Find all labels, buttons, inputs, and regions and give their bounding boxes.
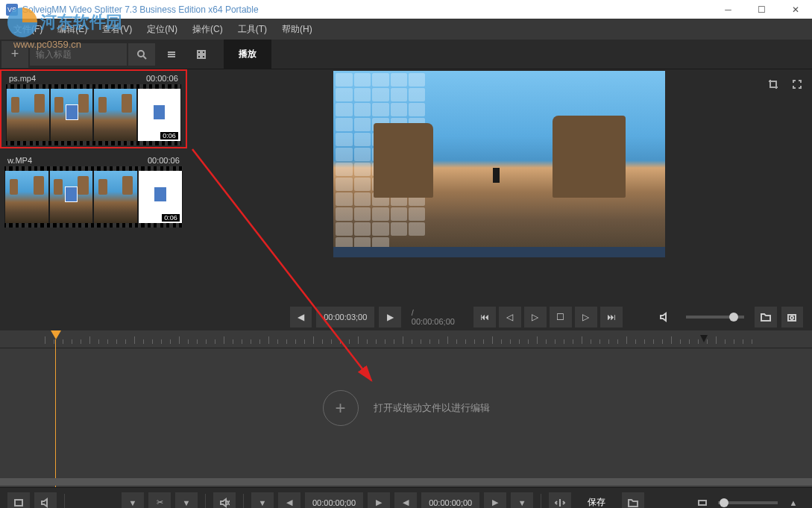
svg-rect-5 [198,51,201,54]
toolbar: + 播放 [0,40,812,69]
window-title: SolveigMM Video Splitter 7.3 Business Ed… [22,4,259,15]
menu-tools[interactable]: 工具(T) [230,23,274,36]
range-next-button[interactable]: ▶ [368,492,390,509]
current-time-display[interactable]: 00:00:03;00 [316,307,374,327]
bottom-toolbar: ▼ ✂ ▼ ▼ ◀ 00:00:00;00 ▶ ◀ 00:00:00;00 ▶ … [0,487,812,508]
zoom-fit-icon [697,498,708,508]
step-back-button[interactable]: ◁ [499,307,521,327]
marker-in-button[interactable]: ▼ [122,492,144,509]
svg-rect-8 [202,55,205,58]
list-view-button[interactable] [158,41,185,68]
menu-control[interactable]: 操作(C) [185,23,230,36]
clip-duration: 00:00:06 [148,156,180,165]
split-icon [555,498,565,508]
total-time-display: / 00:00:06;00 [406,308,465,326]
timeline-area[interactable]: + 打开或拖动文件以进行编辑 [0,330,812,487]
range-prev-button[interactable]: ◀ [278,492,300,509]
camera-icon [787,312,797,322]
menu-navigate[interactable]: 定位(N) [139,23,185,36]
save-button[interactable]: 保存 [576,496,617,508]
clip-item-selected[interactable]: ps.mp4 00:00:06 0:06 [0,69,187,148]
snapshot-button[interactable] [781,307,803,327]
close-button[interactable]: ✕ [778,0,812,19]
crop-icon [768,79,778,90]
frame-timestamp: 0:06 [162,214,180,222]
play-button[interactable]: ▷ [524,307,547,327]
folder-icon [628,498,638,508]
prev-frame-button[interactable]: ◀ [290,307,312,327]
range-start-time[interactable]: 00:00:00;00 [305,492,363,509]
list-icon [166,49,177,60]
speaker-icon [659,312,670,322]
preview-panel: ◀ 00:00:03;00 ▶ / 00:00:06;00 ⏮ ◁ ▷ ☐ ▷ … [187,69,812,330]
skip-forward-button[interactable]: ⏭ [600,307,623,327]
save-folder-button[interactable] [622,492,644,509]
svg-line-1 [143,56,146,59]
app-icon: VS [6,4,18,16]
menu-file[interactable]: 文件(F) [6,23,50,36]
svg-rect-6 [202,51,205,54]
menu-view[interactable]: 查看(V) [95,23,139,36]
clip-name: ps.mp4 [9,74,36,83]
clip-filmstrip: 0:06 [4,166,183,228]
video-preview[interactable] [333,71,665,257]
svg-rect-13 [699,501,706,505]
range2-prev-button[interactable]: ◀ [394,492,417,509]
playhead-line [55,339,56,487]
clip-list-panel: ps.mp4 00:00:06 0:06 w.MP4 00:00:06 [0,69,187,330]
open-folder-button[interactable] [755,307,776,327]
video-track-button[interactable] [7,492,30,509]
playback-controls: ◀ 00:00:03;00 ▶ / 00:00:06;00 ⏮ ◁ ▷ ☐ ▷ … [284,304,809,330]
window-titlebar: VS SolveigMM Video Splitter 7.3 Business… [0,0,812,19]
mute-segment-button[interactable] [213,492,236,509]
svg-rect-7 [198,55,201,58]
drop-hint-text: 打开或拖动文件以进行编辑 [374,401,490,415]
svg-point-10 [790,316,793,319]
skip-back-button[interactable]: ⏮ [473,307,496,327]
zoom-fit-button[interactable] [691,492,714,509]
range-marker-button[interactable]: ▼ [251,492,274,509]
range2-next-button[interactable]: ▶ [484,492,506,509]
menu-edit[interactable]: 编辑(E) [50,23,95,36]
menu-bar: 文件(F) 编辑(E) 查看(V) 定位(N) 操作(C) 工具(T) 帮助(H… [0,19,812,40]
film-icon [13,498,24,508]
step-forward-button[interactable]: ▷ [575,307,597,327]
crop-button[interactable] [763,74,784,95]
audio-track-button[interactable] [34,492,57,509]
range-end-time[interactable]: 00:00:00;00 [421,492,479,509]
timeline-ruler[interactable] [0,330,812,348]
clip-item[interactable]: w.MP4 00:00:06 0:06 [0,153,187,229]
next-frame-button[interactable]: ▶ [379,307,400,327]
frame-timestamp: 0:06 [160,132,178,139]
volume-slider[interactable] [686,316,744,319]
maximize-button[interactable]: ☐ [745,0,778,19]
play-tab[interactable]: 播放 [224,40,271,69]
svg-rect-11 [15,500,22,506]
speaker-icon [40,498,51,508]
zoom-in-button[interactable]: ▲ [782,492,805,509]
clip-filmstrip: 0:06 [6,84,181,145]
clip-name: w.MP4 [7,156,32,165]
folder-icon [761,312,771,322]
svg-point-0 [138,51,144,57]
cut-button[interactable]: ✂ [148,492,171,509]
zoom-slider[interactable] [718,501,778,504]
title-input[interactable] [30,43,127,66]
timeline-scrollbar[interactable] [0,478,812,486]
add-file-button[interactable]: + [323,390,359,426]
mute-icon [219,498,230,508]
stop-button[interactable]: ☐ [550,307,572,327]
range-marker2-button[interactable]: ▼ [511,492,533,509]
playhead-marker[interactable] [51,330,61,339]
grid-view-button[interactable] [188,41,215,68]
volume-button[interactable] [653,307,675,327]
grid-icon [196,49,207,60]
marker-out-button[interactable]: ▼ [175,492,198,509]
search-button[interactable] [128,43,155,66]
fullscreen-button[interactable] [787,74,808,95]
split-button[interactable] [549,492,571,509]
add-button[interactable]: + [1,41,28,68]
menu-help[interactable]: 帮助(H) [274,23,320,36]
search-icon [136,49,147,60]
minimize-button[interactable]: ─ [711,0,745,19]
